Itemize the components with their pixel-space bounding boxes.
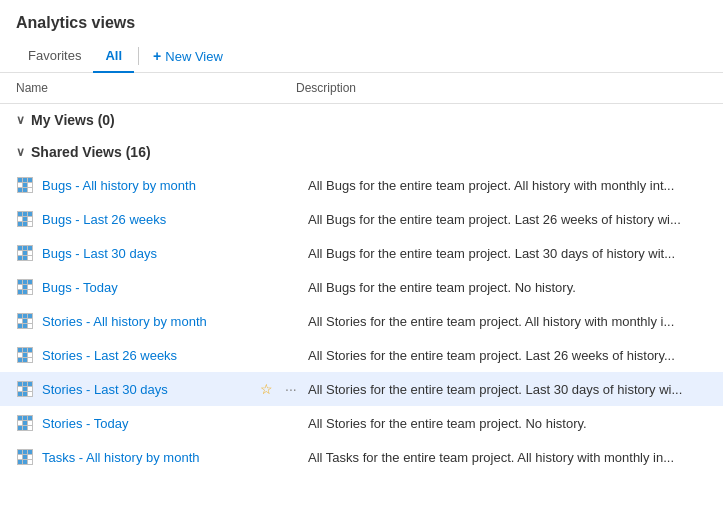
row-description-6: All Stories for the entire team project.… [308,382,707,397]
row-name-col-4: Stories - All history by month [16,312,256,330]
sections-container: ∨ My Views (0) ∨ Shared Views (16) [0,104,723,474]
chevron-icon: ∨ [16,113,25,127]
row-link-7[interactable]: Stories - Today [42,416,128,431]
grid-icon-4 [16,312,34,330]
grid-icon-1 [16,210,34,228]
new-view-button[interactable]: + New View [143,42,233,70]
row-description-8: All Tasks for the entire team project. A… [308,450,707,465]
grid-icon-0 [16,176,34,194]
row-description-3: All Bugs for the entire team project. No… [308,280,707,295]
col-description-header: Description [296,81,707,95]
list-item[interactable]: Bugs - Last 30 days ☆ ··· All Bugs for t… [0,236,723,270]
grid-icon-7 [16,414,34,432]
list-item[interactable]: Stories - Last 30 days ☆ ··· All Stories… [0,372,723,406]
row-link-4[interactable]: Stories - All history by month [42,314,207,329]
tab-all[interactable]: All [93,40,134,73]
row-name-col-6: Stories - Last 30 days [16,380,256,398]
row-name-col-1: Bugs - Last 26 weeks [16,210,256,228]
section-my-views: ∨ My Views (0) [0,104,723,136]
row-description-4: All Stories for the entire team project.… [308,314,707,329]
row-name-col-8: Tasks - All history by month [16,448,256,466]
row-link-2[interactable]: Bugs - Last 30 days [42,246,157,261]
row-description-0: All Bugs for the entire team project. Al… [308,178,707,193]
col-name-header: Name [16,81,296,95]
section-my-views-label: My Views (0) [31,112,115,128]
tab-favorites[interactable]: Favorites [16,40,93,73]
list-item[interactable]: Stories - Last 26 weeks ☆ ··· All Storie… [0,338,723,372]
section-shared-views: ∨ Shared Views (16) Bugs - All histo [0,136,723,474]
list-item[interactable]: Tasks - All history by month ☆ ··· All T… [0,440,723,474]
list-item[interactable]: Stories - All history by month ☆ ··· All… [0,304,723,338]
section-shared-views-header[interactable]: ∨ Shared Views (16) [0,136,723,168]
section-shared-views-label: Shared Views (16) [31,144,151,160]
grid-icon-5 [16,346,34,364]
list-item[interactable]: Bugs - Today ☆ ··· All Bugs for the enti… [0,270,723,304]
row-name-col-7: Stories - Today [16,414,256,432]
row-name-col-0: Bugs - All history by month [16,176,256,194]
row-description-5: All Stories for the entire team project.… [308,348,707,363]
list-item[interactable]: Bugs - All history by month ☆ ··· All Bu… [0,168,723,202]
chevron-icon-shared: ∨ [16,145,25,159]
section-my-views-header[interactable]: ∨ My Views (0) [0,104,723,136]
new-view-label: New View [165,49,223,64]
list-item[interactable]: Stories - Today ☆ ··· All Stories for th… [0,406,723,440]
row-link-6[interactable]: Stories - Last 30 days [42,382,168,397]
row-actions-6: ☆ ··· [256,379,308,399]
row-description-7: All Stories for the entire team project.… [308,416,707,431]
grid-icon-6 [16,380,34,398]
row-link-5[interactable]: Stories - Last 26 weeks [42,348,177,363]
grid-icon-2 [16,244,34,262]
row-link-8[interactable]: Tasks - All history by month [42,450,200,465]
tab-separator [138,47,139,65]
plus-icon: + [153,48,161,64]
list-item[interactable]: Bugs - Last 26 weeks ☆ ··· All Bugs for … [0,202,723,236]
row-description-1: All Bugs for the entire team project. La… [308,212,707,227]
row-name-col-5: Stories - Last 26 weeks [16,346,256,364]
page-header: Analytics views [0,0,723,40]
star-button-6[interactable]: ☆ [256,379,277,399]
row-description-2: All Bugs for the entire team project. La… [308,246,707,261]
page-title: Analytics views [16,14,135,31]
grid-icon-8 [16,448,34,466]
row-name-col-2: Bugs - Last 30 days [16,244,256,262]
row-link-3[interactable]: Bugs - Today [42,280,118,295]
row-link-1[interactable]: Bugs - Last 26 weeks [42,212,166,227]
shared-views-rows: Bugs - All history by month ☆ ··· All Bu… [0,168,723,474]
tabs-bar: Favorites All + New View [0,40,723,73]
table-header: Name Description [0,73,723,104]
grid-icon-3 [16,278,34,296]
row-name-col-3: Bugs - Today [16,278,256,296]
more-button-6[interactable]: ··· [281,379,301,399]
row-link-0[interactable]: Bugs - All history by month [42,178,196,193]
